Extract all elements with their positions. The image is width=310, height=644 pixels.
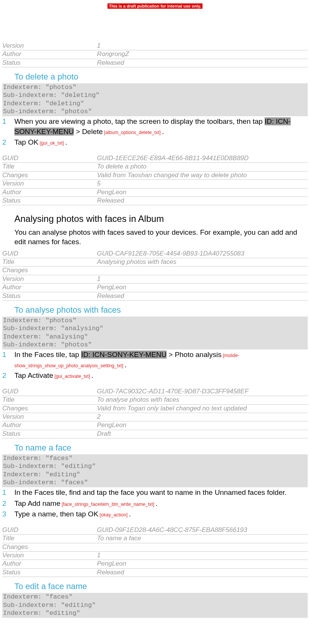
ref-label: [gui_ok_txt] [38,140,65,146]
step-text: In the Faces tile, tap ID: ICN-SONY-KEY-… [14,350,308,370]
step-text: Tap OK [gui_ok_txt] . [14,137,308,148]
ref-label: [face_strings_faceitem_btn_write_name_tx… [61,502,156,507]
meta-table-1: GUIDGUID-1EECE26E-E89A-4E66-8B11-9441E0D… [2,154,308,205]
indexterm-block: Indexterm: "faces" Sub-indexterm: "editi… [2,593,308,618]
step-number: 1 [2,350,14,370]
heading-edit-face-name: To edit a face name [14,582,308,591]
step-text: When you are viewing a photo, tap the sc… [14,117,308,137]
meta-val: RongrongZ [97,50,308,59]
meta-table-4: GUIDGUID-09F1ED28-4A6C-48CC-875F-EBA88F5… [2,526,308,577]
ref-label: [album_options_delete_txt] [103,130,162,135]
meta-key: Version [2,42,97,50]
step-number: 2 [2,499,14,509]
indexterm-block: Indexterm: "photos" Sub-indexterm: "anal… [2,317,308,349]
step-number: 2 [2,371,14,381]
heading-name-face: To name a face [14,443,308,453]
step-text: In the Faces tile, find and tap the face… [14,488,308,498]
meta-key: Status [2,59,97,67]
ref-label: [gui_activate_txt] [53,374,91,379]
step-number: 1 [2,117,14,137]
meta-val: 1 [97,42,308,50]
indexterm-block: Indexterm: "photos" Sub-indexterm: "dele… [2,83,308,116]
draft-banner: This is a draft publication for internal… [107,3,203,9]
step-number: 3 [2,509,14,519]
step-number: 1 [2,488,14,498]
ref-label: [okay_action] [98,512,129,518]
step-text: Tap Add name [face_strings_faceitem_btn_… [14,499,308,509]
meta-table-3: GUIDGUID-7AC9032C-AD11-470E-9D87-D3C3FF9… [2,388,308,438]
body-paragraph: You can analyse photos with faces saved … [14,228,308,246]
heading-analysing: Analysing photos with faces in Album [14,214,308,224]
step-text: Type a name, then tap OK [okay_action] . [14,509,308,519]
step-number: 2 [2,137,14,148]
step-text: Tap Activate [gui_activate_txt] . [14,371,308,381]
meta-val: Released [97,59,308,67]
meta-table-0: Version1 AuthorRongrongZ StatusReleased [2,42,308,67]
meta-table-2: GUIDGUID-CAF912E8-705E-4454-9B93-1DA4072… [2,250,308,301]
heading-analyse-faces: To analyse photos with faces [14,305,308,315]
meta-key: Author [2,50,97,59]
indexterm-block: Indexterm: "faces" Sub-indexterm: "editi… [2,454,308,487]
heading-delete-photo: To delete a photo [14,72,308,82]
icon-id-placeholder: ID: ICN-SONY-KEY-MENU [81,351,167,359]
